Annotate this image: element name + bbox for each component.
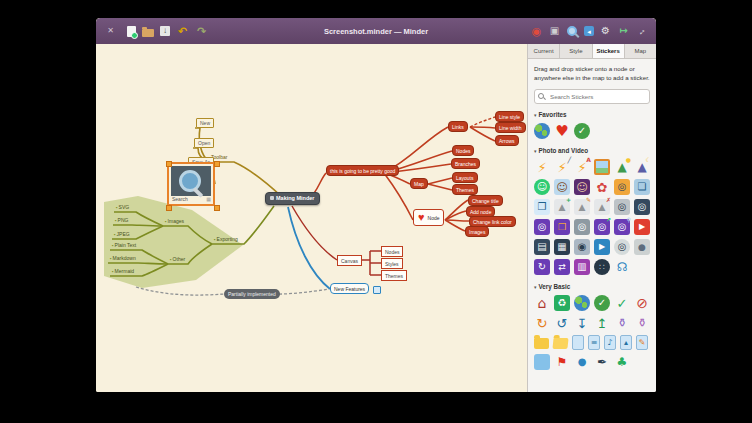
sticker-folder-open[interactable] [552,338,568,349]
mindmap-canvas[interactable]: Making MinderToolbarNewOpenSave AsSearch… [96,44,527,392]
sticker-mountains-night[interactable]: ▲☾ [634,159,650,175]
sticker-search-input[interactable] [548,92,646,101]
sticker-document-music[interactable]: ♪ [604,335,616,350]
sticker-framed-picture[interactable] [594,159,610,175]
node-png[interactable]: ▪PNG [115,217,128,223]
section-header-favorites[interactable]: ▾Favorites [528,106,656,120]
sticker-video-play[interactable]: ▶ [634,219,650,235]
sticker-camera-gray[interactable]: ◎ [574,219,590,235]
sticker-refresh-blue[interactable]: ↺ [554,315,570,331]
sticker-film-cartridge[interactable]: ▥ [574,259,590,275]
sticker-plant[interactable]: ♣ [614,354,630,370]
sticker-flash-auto[interactable]: ⚡A [574,159,590,175]
sticker-folder[interactable] [534,338,549,349]
node-change-title[interactable]: Change title [468,195,503,206]
node-canvas[interactable]: Canvas [337,255,362,266]
sticker-man-running[interactable]: ☺ [534,179,550,195]
sticker-search-box[interactable] [534,89,650,104]
node-styles[interactable]: Styles [381,258,403,269]
fullscreen-button[interactable]: ↔ [632,22,650,40]
sticker-portrait-night[interactable]: ☺ [574,179,590,195]
note-attachment-icon[interactable] [373,286,381,294]
sticker-tulip[interactable]: ✿ [594,179,610,195]
image-resize-icon[interactable]: ▦ [206,196,211,202]
tab-stickers[interactable]: Stickers [593,44,625,58]
node-nodes[interactable]: Nodes [452,145,474,156]
node-links[interactable]: Links [448,121,468,132]
node-jpeg[interactable]: ▪JPEG [114,231,130,237]
sticker-download[interactable]: ↧ [574,315,590,331]
sticker-note-edit[interactable]: ✎ [636,335,648,350]
sticker-heart[interactable]: ♥ [554,123,570,139]
export-button[interactable]: ◂ [584,26,594,36]
node-this-is-going-to-be-pretty-good[interactable]: this is going to be pretty good [326,165,399,176]
sticker-photos[interactable]: ❏ [634,179,650,195]
sticker-image-edit[interactable]: ▲✎ [574,199,590,215]
sticker-video-camera[interactable]: ▶ [594,239,610,255]
node-images[interactable]: Images [465,226,489,237]
tab-current[interactable]: Current [528,44,560,58]
sticker-trash-can[interactable]: ⚱ [614,315,630,331]
sticker-microphone[interactable]: ☊ [614,259,630,275]
sticker-trash-can-full[interactable]: ⚱ [634,315,650,331]
node-mermaid[interactable]: ▪Mermaid [112,268,134,274]
sticker-wastebasket[interactable]: ♻ [554,295,570,311]
sticker-flash[interactable]: ⚡ [534,159,550,175]
node-themes[interactable]: Themes [381,270,407,281]
node-partially-implemented[interactable]: Partially implemented [224,289,280,299]
tab-style[interactable]: Style [560,44,592,58]
save-button[interactable]: ↓ [160,26,170,36]
sticker-camera-purple[interactable]: ◎ [534,219,550,235]
sticker-image-new[interactable]: ▲+ [554,199,570,215]
section-header-photo-and-video[interactable]: ▾Photo and Video [528,142,656,156]
node-making-minder[interactable]: Making Minder [265,192,320,205]
node-map[interactable]: Map [410,178,428,189]
node-themes[interactable]: Themes [452,184,478,195]
sticker-check-circle[interactable]: ✓ [574,123,590,139]
node-markdown[interactable]: ▪Markdown [110,255,136,261]
sticker-file-blank[interactable] [572,335,584,350]
node-open[interactable]: Open [194,138,214,148]
sticker-camera-flash[interactable]: ◎ [614,179,630,195]
sticker-photo-stack[interactable]: ❐ [534,199,550,215]
node-branches[interactable]: Branches [451,158,480,169]
sticker-bookmark-red[interactable]: ⚑ [554,354,570,370]
node-layouts[interactable]: Layouts [452,172,478,183]
gallery-button[interactable]: ▣ [548,25,561,38]
sticker-camera-switch[interactable]: ⇄ [554,259,570,275]
node-new-features[interactable]: New Features [330,283,369,294]
sticker-globe[interactable] [574,295,590,311]
selection-handle[interactable] [214,161,220,167]
sticker-check-circle[interactable]: ✓ [594,295,610,311]
sticker-camera-silver[interactable]: ◎ [614,199,630,215]
section-header-very-basic[interactable]: ▾Very Basic [528,278,656,292]
node-nodes[interactable]: Nodes [381,246,403,257]
node-arrows[interactable]: Arrows [495,135,519,146]
sticker-clapperboard[interactable]: ▤ [534,239,550,255]
close-button[interactable]: ✕ [104,25,117,38]
sticker-camera-upload[interactable]: ◎↗ [594,219,610,235]
sticker-movie-reel[interactable]: ∷ [594,259,610,275]
sticker-marker-blue[interactable]: ● [574,354,590,370]
node-new[interactable]: New [196,118,214,128]
open-folder-button[interactable] [142,29,154,37]
sticker-mountains-sun[interactable]: ▲● [614,159,630,175]
sticker-no-entry[interactable]: ⊘ [634,295,650,311]
sticker-document-image[interactable]: ▴ [620,335,632,350]
titlebar[interactable]: ✕↓↶↷ Screenshot.minder — Minder ◉▣◂⚙↦↔ [96,18,656,45]
node-svg[interactable]: ▪SVG [116,204,129,210]
sticker-image-remove[interactable]: ▲✗ [594,199,610,215]
selection-handle[interactable] [214,205,220,211]
sticker-home[interactable]: ⌂ [534,295,550,311]
selection-handle[interactable] [166,161,172,167]
sticker-flash-off[interactable]: ⚡╱ [554,159,570,175]
sticker-portrait[interactable]: ☺ [554,179,570,195]
sticker-camera-with-photo[interactable]: ❒ [554,219,570,235]
sticker-camera-lens[interactable]: ● [634,239,650,255]
sticker-upload[interactable]: ↥ [594,315,610,331]
redo-button[interactable]: ↷ [195,25,208,38]
node-search[interactable]: Search▦ [167,162,215,206]
focus-mode-button[interactable]: ◉ [530,25,543,38]
sticker-check-mark[interactable]: ✓ [614,295,630,311]
tab-map[interactable]: Map [625,44,656,58]
